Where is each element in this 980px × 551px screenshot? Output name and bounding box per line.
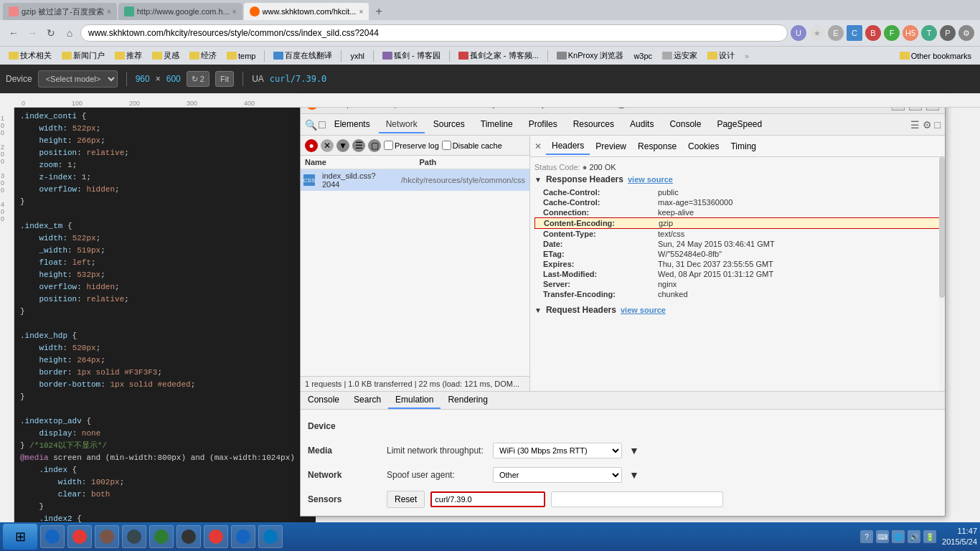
taskbar-item-2[interactable]	[95, 525, 119, 548]
tab-1[interactable]: gzip 被过滤了-百度搜索 ×	[3, 3, 117, 20]
detail-scrollbar[interactable]	[939, 157, 945, 391]
taskbar-item-7[interactable]	[231, 525, 255, 548]
disable-cache-checkbox[interactable]: Disable cache	[442, 141, 502, 150]
list-button[interactable]: ☰	[352, 139, 365, 152]
taskbar-item-8[interactable]	[258, 525, 283, 548]
browser-icon[interactable]: B	[865, 25, 881, 41]
other-bookmarks[interactable]: Other bookmarks	[897, 51, 974, 61]
tab-network[interactable]: Network	[379, 116, 425, 133]
tab-console[interactable]: Console	[662, 116, 708, 133]
tab-profiles[interactable]: Profiles	[522, 116, 565, 133]
detail-tab-cookies[interactable]: Cookies	[682, 138, 725, 154]
record-button[interactable]: ●	[305, 139, 318, 152]
back-button[interactable]: ←	[6, 25, 22, 41]
bookmark-item-6[interactable]: 百度在线翻译	[270, 50, 335, 62]
preserve-log-checkbox[interactable]: Preserve log	[384, 141, 439, 150]
bookmark-item-4[interactable]: 经济	[187, 50, 220, 62]
bookmark-item-11[interactable]: w3pc	[631, 51, 655, 61]
request-headers-toggle[interactable]: ▼ Request Headers view source	[534, 305, 941, 315]
response-view-source[interactable]: view source	[628, 175, 673, 184]
devtools-responsive-icon[interactable]: □	[319, 118, 326, 131]
network-row-0[interactable]: CSS index_sild.css?2044 /hkcity/resource…	[301, 169, 529, 191]
bookmark-item-2[interactable]: 推荐	[112, 50, 145, 62]
chrome-icon[interactable]: C	[847, 25, 862, 41]
sys-icon-volume[interactable]: 🔊	[908, 530, 920, 543]
bookmark-item-0[interactable]: 技术相关	[6, 50, 55, 62]
sys-icon-keyboard[interactable]: ⌨	[876, 530, 889, 543]
bookmark-item-7[interactable]: yxhl	[347, 51, 367, 61]
tab-3[interactable]: www.skhktown.com/hkcit... ×	[244, 3, 369, 20]
request-view-source[interactable]: view source	[621, 306, 666, 314]
tab-sources[interactable]: Sources	[426, 116, 472, 133]
tab-pagespeed[interactable]: PageSpeed	[710, 116, 769, 133]
sys-icon-network[interactable]: 🌐	[892, 530, 905, 543]
taskbar-item-3[interactable]	[122, 525, 146, 548]
col-header-path[interactable]: Path	[415, 156, 530, 169]
bookmark-item-9[interactable]: 孤剑之家 - 博客频...	[456, 50, 542, 62]
bookmark-item-10[interactable]: KnProxy 浏览器	[554, 50, 627, 62]
taskbar-item-6[interactable]	[204, 525, 228, 548]
tab-audits[interactable]: Audits	[623, 116, 661, 133]
new-tab-button[interactable]: +	[370, 3, 387, 20]
taskbar-item-5[interactable]	[176, 525, 201, 548]
bookmark-item-1[interactable]: 新闻门户	[59, 50, 108, 62]
preserve-toggle[interactable]: ▢	[368, 139, 381, 152]
device-model-select[interactable]: <Select model>	[38, 70, 118, 88]
user-agent-input[interactable]	[430, 491, 545, 507]
tab-1-close[interactable]: ×	[107, 8, 111, 16]
sys-icon-help[interactable]: ?	[860, 530, 873, 543]
detail-tab-response[interactable]: Response	[632, 138, 682, 154]
reset-button[interactable]: Reset	[387, 491, 425, 508]
preserve-log-input[interactable]	[384, 141, 393, 150]
tab-resources[interactable]: Resources	[566, 116, 621, 133]
detail-tab-preview[interactable]: Preview	[590, 138, 632, 154]
bottom-tab-console[interactable]: Console	[301, 392, 347, 409]
detail-tab-timing[interactable]: Timing	[725, 138, 762, 154]
tab-elements[interactable]: Elements	[327, 116, 377, 133]
response-headers-toggle[interactable]: ▼ Response Headers view source	[534, 174, 941, 184]
settings-icon[interactable]: ⚙	[958, 25, 974, 41]
home-button[interactable]: ⌂	[62, 25, 77, 41]
user-agent-extra-input[interactable]	[551, 491, 723, 507]
emulation-media-select[interactable]: WiFi (30 Mbps 2ms RTT)	[493, 443, 622, 458]
taskbar-item-1[interactable]	[67, 525, 92, 548]
taskbar-item-4[interactable]	[149, 525, 174, 548]
tab-timeline[interactable]: Timeline	[473, 116, 520, 133]
devtools-dock-icon[interactable]: ☰	[910, 119, 920, 131]
filter-button[interactable]: ▼	[336, 139, 349, 152]
fit-button[interactable]: Fit	[215, 71, 234, 87]
flag-icon[interactable]: F	[884, 25, 900, 41]
tab-2-close[interactable]: ×	[232, 8, 237, 16]
html5-icon[interactable]: H5	[903, 25, 918, 41]
bottom-tab-search[interactable]: Search	[347, 392, 388, 409]
star-icon[interactable]: ★	[809, 25, 825, 41]
taskbar-clock[interactable]: 11:47 2015/5/24	[942, 526, 977, 548]
tab-3-close[interactable]: ×	[359, 8, 363, 16]
taskbar-item-0[interactable]	[40, 525, 65, 548]
devtools-search-icon[interactable]: 🔍	[305, 119, 317, 131]
tab-2[interactable]: http://www.google.com.h... ×	[118, 3, 242, 20]
detail-tab-headers[interactable]: Headers	[546, 138, 590, 155]
clear-button[interactable]: ✕	[321, 139, 334, 152]
bookmark-item-8[interactable]: 狐剑 - 博客园	[380, 50, 443, 62]
bookmark-item-3[interactable]: 灵感	[149, 50, 182, 62]
sys-icon-battery[interactable]: 🔋	[923, 530, 936, 543]
bottom-tab-rendering[interactable]: Rendering	[440, 392, 494, 409]
translate-icon[interactable]: T	[921, 25, 937, 41]
emulation-spoof-select[interactable]: Other	[493, 467, 622, 483]
detail-close-x[interactable]: ✕	[530, 138, 546, 154]
devtools-settings-icon[interactable]: ⚙	[923, 119, 932, 131]
user-icon[interactable]: U	[791, 25, 806, 41]
bottom-tab-emulation[interactable]: Emulation	[388, 392, 440, 409]
reload-button[interactable]: ↻	[43, 25, 59, 41]
start-button[interactable]: ⊞	[3, 524, 37, 550]
proxy-icon[interactable]: P	[940, 25, 956, 41]
forward-button[interactable]: →	[24, 25, 40, 41]
bookmark-item-13[interactable]: 设计	[705, 50, 738, 62]
devtools-undock-icon[interactable]: □	[935, 119, 941, 131]
disable-cache-input[interactable]	[442, 141, 451, 150]
bookmark-item-12[interactable]: 远安家	[659, 50, 700, 62]
address-input[interactable]	[80, 24, 788, 42]
col-header-name[interactable]: Name	[301, 156, 415, 169]
bookmark-item-5[interactable]: temp	[224, 51, 258, 61]
